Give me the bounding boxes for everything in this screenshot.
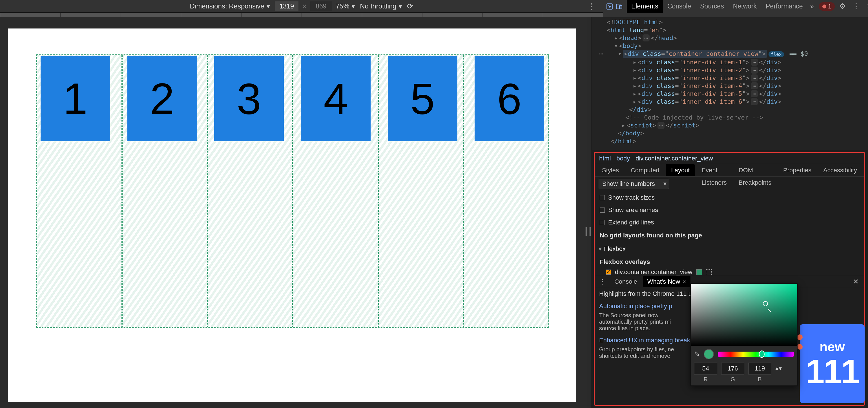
flex-item-6[interactable]: 6 [474,56,544,141]
drawer-menu-icon[interactable]: ⋮ [596,278,609,286]
color-picker-sv-handle[interactable] [763,301,768,306]
dimensions-separator: × [302,2,306,10]
rendered-page[interactable]: 1 2 3 4 5 6 [8,28,576,402]
subtab-styles[interactable]: Styles [597,164,624,176]
responsive-ruler [0,13,603,17]
promo-version-number: 111 [806,354,859,388]
dom-tree[interactable]: <!DOCTYPE html> <html lang="en"> ▸<head>… [592,17,868,150]
show-track-sizes-checkbox[interactable]: Show track sizes [600,194,859,201]
flexbox-overlay: 1 2 3 4 5 6 [36,54,549,328]
error-dot-icon [823,4,826,8]
zoom-dropdown[interactable]: 75%▼ [336,2,356,10]
tab-console[interactable]: Console [663,0,695,13]
color-b-input[interactable] [748,362,771,374]
eyedropper-icon[interactable]: ✎ [694,350,700,358]
close-devtools-icon[interactable]: ✕ [864,2,868,11]
settings-gear-icon[interactable]: ⚙ [837,2,848,11]
current-color-swatch [704,349,714,359]
throttling-dropdown[interactable]: No throttling▼ [360,2,403,10]
drawer-tab-console[interactable]: Console [610,276,642,287]
error-count-badge[interactable]: 1 [819,2,835,11]
flex-item-2[interactable]: 2 [127,56,197,141]
breadcrumbs[interactable]: html body div.container.container_view [595,153,864,164]
device-toolbar-menu-icon[interactable]: ⋮ [588,1,596,11]
cursor-icon: ↖ [767,307,772,314]
emulated-viewport: 1 2 3 4 5 6 ┃┃ [0,17,591,408]
color-r-label: R [694,376,717,383]
inspect-element-icon[interactable] [606,2,613,11]
rotate-icon[interactable]: ⟳ [407,2,413,11]
flexbox-section-header[interactable]: ▾Flexbox [598,245,860,253]
subtab-properties[interactable]: Properties [778,164,816,176]
dimensions-dropdown[interactable]: Dimensions: Responsive▼ [190,2,271,10]
tab-performance[interactable]: Performance [761,0,807,13]
devtools-menu-icon[interactable]: ⋮ [850,2,862,11]
viewport-resize-handle-right[interactable] [587,17,591,408]
flex-item-1[interactable]: 1 [40,56,110,141]
promo-new-label: new [819,339,845,354]
color-g-label: G [721,376,744,383]
news-item-1-desc: The Sources panel now automatically pret… [599,312,678,331]
subtab-layout[interactable]: Layout [666,164,695,176]
tab-sources[interactable]: Sources [695,0,728,13]
crumb-container[interactable]: div.container.container_view [636,155,713,162]
device-toggle-icon[interactable] [616,2,623,11]
flexbox-overlay-label[interactable]: div.container.container_view [615,268,692,276]
hue-slider[interactable] [718,352,794,357]
drawer-close-icon[interactable]: ✕ [849,278,863,286]
tab-elements[interactable]: Elements [627,0,663,13]
flexbox-overlay-item[interactable]: div.container.container_view [606,268,860,276]
color-picker-sv-field[interactable]: ↖ [691,284,797,346]
tab-network[interactable]: Network [728,0,761,13]
overlay-style-icon[interactable] [706,269,712,275]
subtab-computed[interactable]: Computed [626,164,664,176]
news-item-2-desc: Group breakpoints by files, ne shortcuts… [599,346,678,359]
elements-subtabs: Styles Computed Layout Event Listeners D… [595,164,864,176]
viewport-height-input[interactable]: 869 [310,1,332,11]
drawer-tab-whats-new[interactable]: What's New× [643,276,691,287]
subtab-dom-breakpoints[interactable]: DOM Breakpoints [734,164,776,176]
flex-item-3[interactable]: 3 [214,56,284,141]
color-g-input[interactable] [721,362,744,374]
crumb-html[interactable]: html [599,155,611,162]
no-grid-message: No grid layouts found on this page [600,232,859,239]
subtab-event-listeners[interactable]: Event Listeners [696,164,732,176]
color-b-label: B [748,376,771,383]
show-area-names-checkbox[interactable]: Show area names [600,206,859,214]
close-tab-icon[interactable]: × [682,278,686,285]
overlay-color-swatch[interactable] [696,269,702,275]
more-tabs-icon[interactable]: » [807,0,817,13]
flexbox-overlays-header: Flexbox overlays [600,258,859,266]
viewport-width-input[interactable]: 1319 [275,1,299,11]
device-toolbar: Dimensions: Responsive▼ 1319 × 869 75%▼ … [0,0,868,13]
extend-grid-lines-checkbox[interactable]: Extend grid lines [600,219,859,226]
subtab-accessibility[interactable]: Accessibility [818,164,862,176]
flexbox-overlay-checkbox[interactable] [606,269,611,274]
color-mode-toggle-icon[interactable]: ⯅⯆ [775,367,782,371]
flex-item-4[interactable]: 4 [301,56,371,141]
grid-overlay-display-select[interactable]: Show line numbers [598,179,669,189]
color-picker-popover[interactable]: ↖ ✎ ⯅⯆ R G B [690,283,798,386]
color-r-input[interactable] [694,362,717,374]
crumb-body[interactable]: body [617,155,630,162]
pane-splitter-icon[interactable]: ┃┃ [584,227,592,236]
chrome-version-promo[interactable]: new 111 [800,324,865,403]
flex-item-5[interactable]: 5 [388,56,457,141]
devtools-panel-tabs: Elements Console Sources Network Perform… [627,0,817,13]
hue-slider-knob[interactable] [759,350,765,358]
